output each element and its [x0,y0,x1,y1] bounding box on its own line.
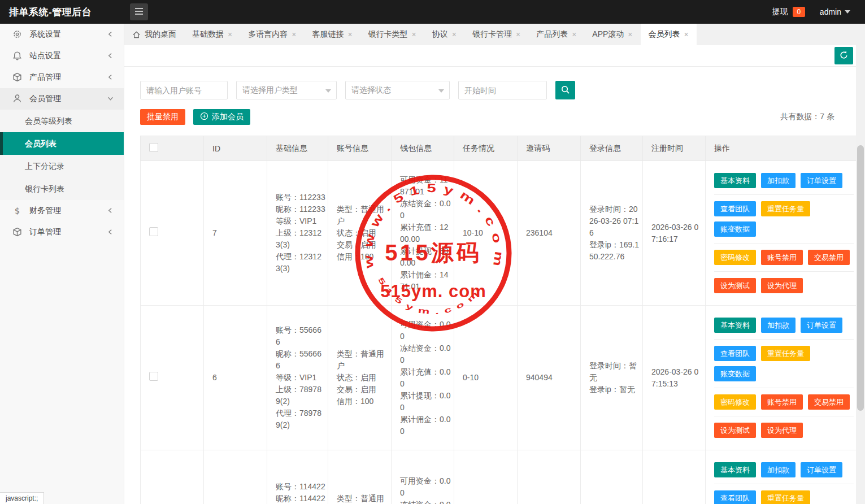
home-icon [132,31,141,39]
sidebar-item-label: 系统设置 [29,29,107,40]
refresh-button[interactable] [834,47,853,64]
adjust-balance-button[interactable]: 加扣款 [761,173,796,188]
withdraw-label: 提现 [772,7,788,17]
status-select[interactable]: 请选择状态 [345,81,450,99]
cube-icon [12,227,23,237]
close-icon[interactable]: × [292,30,296,39]
view-team-button[interactable]: 查看团队 [714,346,756,361]
cell-basic-info-line: 代理：789789(2) [276,407,325,431]
cube-icon [12,72,23,82]
disable-trade-button[interactable]: 交易禁用 [808,250,850,265]
set-agent-button[interactable]: 设为代理 [761,423,803,438]
cell-id: 6 [204,306,267,450]
set-test-button[interactable]: 设为测试 [714,278,756,293]
cell-register-time: 2026-03-26 07:16:17 [643,161,706,306]
cell-account-info: 类型：普通用户状态：启用交易：启用信用：100 [328,161,392,306]
add-member-label: 添加会员 [212,112,244,122]
tab[interactable]: 银行卡类型× [360,24,424,45]
user-type-select[interactable]: 请选择用户类型 [236,81,337,99]
column-header: 操作 [706,136,857,161]
select-all-checkbox[interactable] [149,143,158,152]
close-icon[interactable]: × [572,30,576,39]
cell-id: 5 [204,450,267,504]
sidebar-item[interactable]: 订单管理 [0,221,124,243]
set-test-button[interactable]: 设为测试 [714,423,756,438]
tab[interactable]: 协议× [424,24,464,45]
disable-trade-button[interactable]: 交易禁用 [808,394,850,410]
action-button-group: 设为测试设为代理 [714,271,854,299]
sidebar-item[interactable]: 站点设置 [0,45,124,67]
basic-profile-button[interactable]: 基本资料 [714,462,756,477]
cell-actions: 基本资料加扣款订单设置查看团队重置任务量账变数据密码修改账号禁用交易禁用设为测试… [706,306,857,450]
tab[interactable]: APP滚动× [584,24,640,45]
view-team-button[interactable]: 查看团队 [714,490,756,504]
column-header: 任务情况 [454,136,518,161]
withdraw-menu[interactable]: 提现 0 [772,7,805,17]
sidebar-item[interactable]: 产品管理 [0,67,124,88]
adjust-balance-button[interactable]: 加扣款 [761,462,796,477]
close-icon[interactable]: × [684,30,689,39]
tab[interactable]: 多语言内容× [240,24,304,45]
tab[interactable]: 客服链接× [304,24,360,45]
change-password-button[interactable]: 密码修改 [714,250,756,265]
status-link-text: javascript:; [0,492,44,504]
start-time-input[interactable] [458,81,547,99]
sidebar-item[interactable]: 会员管理 [0,88,124,110]
sidebar-subitem[interactable]: 会员列表 [0,132,124,155]
sidebar-subitem[interactable]: 上下分记录 [0,155,124,177]
status-select-value: 请选择状态 [351,85,391,95]
filter-bar: 请选择用户类型 请选择状态 [140,81,856,99]
sidebar-subitem[interactable]: 银行卡列表 [0,177,124,200]
close-icon[interactable]: × [628,30,632,39]
sidebar-item[interactable]: 系统设置 [0,24,124,45]
cell-basic-info-line: 昵称：114422 [276,493,325,504]
tab[interactable]: 产品列表× [528,24,584,45]
tab-label: 会员列表 [649,29,680,40]
tab-bar: 我的桌面基础数据×多语言内容×客服链接×银行卡类型×协议×银行卡管理×产品列表×… [124,24,856,45]
order-settings-button[interactable]: 订单设置 [801,462,842,477]
change-password-button[interactable]: 密码修改 [714,394,756,410]
order-settings-button[interactable]: 订单设置 [801,173,842,188]
scrollbar-thumb[interactable] [857,145,864,411]
column-header: 注册时间 [643,136,706,161]
user-menu[interactable]: admin [820,7,850,16]
close-icon[interactable]: × [452,30,457,39]
add-member-button[interactable]: 添加会员 [193,109,250,125]
cell-basic-info-line: 代理：123123(3) [276,251,325,275]
reset-task-button[interactable]: 重置任务量 [761,201,810,216]
close-icon[interactable]: × [228,30,232,39]
page-scrollbar[interactable] [856,24,865,504]
tab[interactable]: 会员列表× [641,24,697,45]
account-search-input[interactable] [140,81,228,99]
disable-account-button[interactable]: 账号禁用 [761,250,803,265]
tab[interactable]: 我的桌面 [124,24,184,45]
view-team-button[interactable]: 查看团队 [714,201,756,216]
balance-records-button[interactable]: 账变数据 [714,221,756,237]
close-icon[interactable]: × [347,30,352,39]
close-icon[interactable]: × [412,30,416,39]
set-agent-button[interactable]: 设为代理 [761,278,803,293]
tab[interactable]: 基础数据× [184,24,240,45]
adjust-balance-button[interactable]: 加扣款 [761,318,796,333]
cell-invite-code: 940494 [518,306,581,450]
action-button-group: 基本资料加扣款订单设置 [714,167,854,194]
tab[interactable]: 银行卡管理× [464,24,528,45]
reset-task-button[interactable]: 重置任务量 [761,490,810,504]
row-checkbox[interactable] [149,227,158,236]
basic-profile-button[interactable]: 基本资料 [714,173,756,188]
reset-task-button[interactable]: 重置任务量 [761,346,810,361]
batch-disable-button[interactable]: 批量禁用 [140,109,185,125]
hamburger-menu-button[interactable] [130,3,148,20]
disable-account-button[interactable]: 账号禁用 [761,394,803,410]
balance-records-button[interactable]: 账变数据 [714,366,756,381]
order-settings-button[interactable]: 订单设置 [801,318,842,333]
basic-profile-button[interactable]: 基本资料 [714,318,756,333]
close-icon[interactable]: × [516,30,520,39]
action-button-group: 基本资料加扣款订单设置 [714,456,854,484]
sidebar-item[interactable]: $财务管理 [0,200,124,221]
tab-label: APP滚动 [592,29,624,40]
cell-register-time: 2026-03-26 07:15:13 [643,306,706,450]
search-button[interactable] [555,81,575,99]
sidebar-subitem[interactable]: 会员等级列表 [0,110,124,132]
row-checkbox[interactable] [149,372,158,381]
